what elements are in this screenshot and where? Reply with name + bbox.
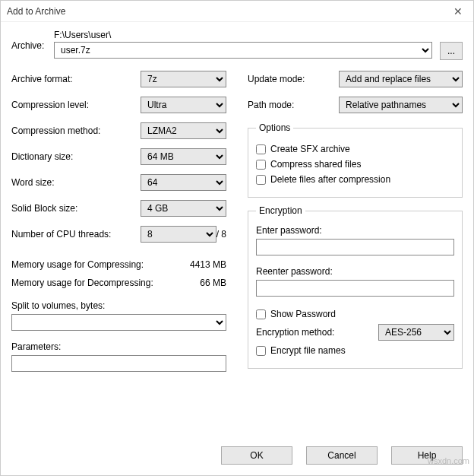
show-password-label: Show Password [270,309,336,319]
split-label: Split to volumes, bytes: [11,300,226,311]
mem-comp-value: 4413 MB [190,259,226,270]
level-select[interactable]: Ultra [141,97,226,113]
encrypt-names-label: Encrypt file names [270,345,346,356]
cpu-total: / 8 [216,229,226,240]
dialog-window: Add to Archive ✕ Archive: F:\Users\user\… [0,0,474,476]
params-input[interactable] [11,355,226,372]
archive-row: Archive: F:\Users\user\ user.7z ... [11,30,463,60]
mem-comp-label: Memory usage for Compressing: [11,259,190,270]
enc-method-label: Encryption method: [256,327,378,338]
archive-filename-select[interactable]: user.7z [54,42,432,59]
close-icon[interactable]: ✕ [449,5,467,17]
reenter-password-input[interactable] [256,280,454,297]
method-select[interactable]: LZMA2 [141,122,226,139]
pathmode-select[interactable]: Relative pathnames [339,97,463,113]
dict-label: Dictionary size: [11,151,141,162]
word-label: Word size: [11,177,141,188]
delete-checkbox[interactable] [256,175,266,185]
enc-method-select[interactable]: AES-256 [378,324,454,341]
window-title: Add to Archive [7,6,449,17]
sfx-label: Create SFX archive [270,144,350,154]
format-label: Archive format: [11,74,141,84]
update-select[interactable]: Add and replace files [339,71,463,87]
right-column: Update mode: Add and replace files Path … [248,71,463,376]
sfx-checkbox[interactable] [256,144,266,154]
button-bar: OK Cancel Help [1,439,473,475]
split-select[interactable] [11,314,226,331]
encryption-group: Encryption Enter password: Reenter passw… [248,205,463,369]
cpu-label: Number of CPU threads: [11,229,141,240]
options-legend: Options [256,122,293,133]
cpu-select[interactable]: 8 [141,226,216,243]
titlebar: Add to Archive ✕ [1,1,473,22]
block-label: Solid Block size: [11,203,141,214]
ok-button[interactable]: OK [221,446,292,465]
browse-button[interactable]: ... [440,42,463,60]
update-label: Update mode: [248,74,339,84]
method-label: Compression method: [11,125,141,136]
encrypt-names-checkbox[interactable] [256,346,266,356]
reenter-pw-label: Reenter password: [256,266,454,277]
archive-path: F:\Users\user\ [54,30,463,40]
left-column: Archive format: 7z Compression level: Ul… [11,71,226,376]
enter-pw-label: Enter password: [256,225,454,236]
delete-label: Delete files after compression [270,174,390,185]
format-select[interactable]: 7z [141,71,226,87]
shared-label: Compress shared files [270,159,361,170]
params-label: Parameters: [11,341,226,352]
shared-checkbox[interactable] [256,160,266,170]
watermark: wsxdn.com [428,456,469,465]
mem-decomp-label: Memory usage for Decompressing: [11,278,200,288]
content-area: Archive: F:\Users\user\ user.7z ... Arch… [1,22,473,439]
password-input[interactable] [256,239,454,255]
mem-decomp-value: 66 MB [200,278,226,288]
archive-label: Archive: [11,30,54,51]
word-select[interactable]: 64 [141,174,226,191]
pathmode-label: Path mode: [248,100,339,110]
dict-select[interactable]: 64 MB [141,148,226,165]
level-label: Compression level: [11,100,141,110]
options-group: Options Create SFX archive Compress shar… [248,122,463,198]
cancel-button[interactable]: Cancel [306,446,378,465]
show-password-checkbox[interactable] [256,309,266,319]
encryption-legend: Encryption [256,205,305,216]
block-select[interactable]: 4 GB [141,200,226,217]
